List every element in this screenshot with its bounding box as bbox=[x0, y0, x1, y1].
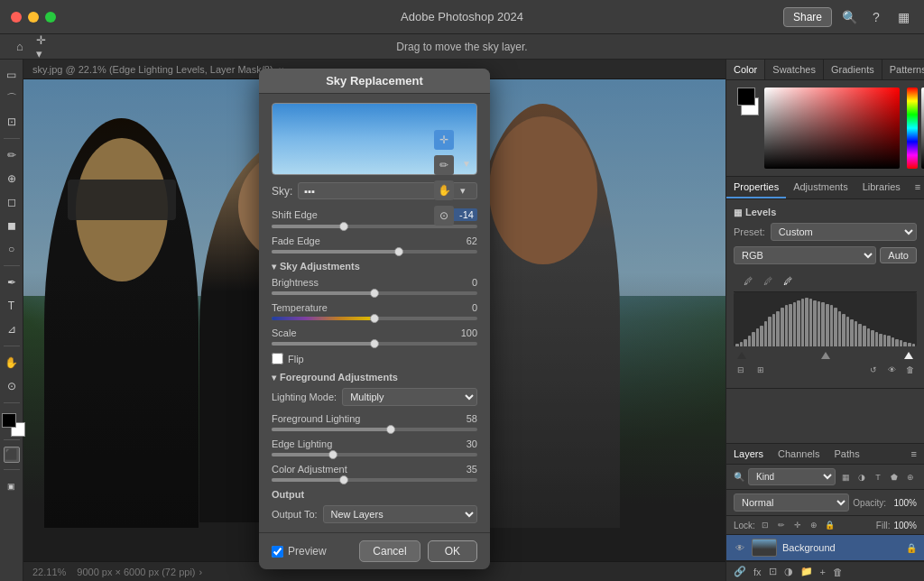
burn-tool[interactable]: ○ bbox=[2, 239, 22, 259]
dialog-brush-tool[interactable]: ✏ bbox=[434, 155, 454, 175]
home-icon[interactable]: ⌂ bbox=[11, 38, 29, 56]
type-filter[interactable]: T bbox=[872, 471, 884, 484]
help-button[interactable]: ? bbox=[866, 7, 886, 27]
libraries-tab[interactable]: Libraries bbox=[855, 177, 908, 198]
lock-image[interactable]: ✏ bbox=[775, 519, 788, 531]
histogram-bar bbox=[805, 298, 808, 346]
move-tool[interactable]: ✛ ▾ bbox=[36, 38, 54, 56]
blend-mode-select[interactable]: Normal Multiply Screen bbox=[734, 493, 849, 512]
clone-tool[interactable]: ⊕ bbox=[2, 169, 22, 189]
hand-tool[interactable]: ✋ bbox=[2, 353, 22, 373]
dialog-zoom-tool[interactable]: ⊙ bbox=[434, 206, 454, 226]
type-tool[interactable]: T bbox=[2, 296, 22, 316]
close-button[interactable] bbox=[11, 12, 22, 23]
foreground-color-swatch[interactable] bbox=[737, 88, 755, 106]
dialog-hand-tool[interactable]: ✋ bbox=[434, 180, 454, 200]
lasso-tool[interactable]: ⌒ bbox=[2, 88, 22, 108]
layer-visibility[interactable]: 👁 bbox=[734, 541, 746, 554]
color-gradient[interactable] bbox=[764, 88, 900, 169]
levels-tool-1[interactable]: ⊟ bbox=[734, 363, 748, 377]
dialog-move-tool[interactable]: ✛ bbox=[434, 130, 454, 150]
minimize-button[interactable] bbox=[28, 12, 39, 23]
lock-position[interactable]: ⊕ bbox=[808, 519, 820, 531]
mid-point[interactable] bbox=[821, 352, 830, 359]
screen-mode[interactable]: ▣ bbox=[2, 476, 22, 496]
layers-mode-row: Normal Multiply Screen Opacity: 100% bbox=[726, 490, 924, 516]
preview-checkbox[interactable] bbox=[272, 546, 283, 558]
foreground-lighting-slider[interactable] bbox=[272, 428, 477, 431]
levels-tool-4[interactable]: 👁 bbox=[884, 363, 899, 377]
levels-tool-5[interactable]: 🗑 bbox=[902, 363, 917, 377]
link-layers[interactable]: 🔗 bbox=[734, 566, 746, 577]
sky-replacement-dialog: Sky Replacement Sky: ▪▪▪ ▾ bbox=[259, 69, 490, 569]
hue-bar[interactable] bbox=[907, 88, 918, 169]
ok-button[interactable]: OK bbox=[428, 540, 477, 562]
levels-tool-2[interactable]: ⊞ bbox=[753, 363, 768, 377]
path-tool[interactable]: ⊿ bbox=[2, 319, 22, 339]
brush-tool[interactable]: ✏ bbox=[2, 145, 22, 165]
scale-slider[interactable] bbox=[272, 342, 477, 346]
cancel-button[interactable]: Cancel bbox=[359, 540, 420, 562]
channels-tab[interactable]: Channels bbox=[771, 444, 827, 464]
smart-filter[interactable]: ⊕ bbox=[904, 471, 917, 484]
fade-edge-slider[interactable] bbox=[272, 250, 477, 254]
lock-all[interactable]: 🔒 bbox=[824, 519, 836, 531]
foreground-adjustments-header[interactable]: Foreground Adjustments bbox=[272, 372, 477, 383]
brightness-slider[interactable] bbox=[272, 291, 477, 295]
white-point[interactable] bbox=[904, 352, 913, 359]
adjustments-tab[interactable]: Adjustments bbox=[786, 177, 855, 198]
eraser-tool[interactable]: ◻ bbox=[2, 192, 22, 212]
search-button[interactable]: 🔍 bbox=[839, 7, 859, 27]
paths-tab[interactable]: Paths bbox=[827, 444, 867, 464]
maximize-button[interactable] bbox=[45, 12, 56, 23]
new-adj-layer[interactable]: ◑ bbox=[784, 566, 793, 577]
pen-tool[interactable]: ✒ bbox=[2, 272, 22, 292]
layers-menu[interactable]: ≡ bbox=[904, 444, 924, 464]
add-mask[interactable]: ⊡ bbox=[769, 566, 777, 577]
selection-tool[interactable]: ▭ bbox=[2, 65, 22, 85]
layers-tab[interactable]: Layers bbox=[726, 444, 771, 464]
sky-adjustments-header[interactable]: Sky Adjustments bbox=[272, 261, 477, 272]
menu-button[interactable]: ▦ bbox=[893, 7, 913, 27]
preset-select[interactable]: Custom Default bbox=[771, 223, 917, 241]
toolbar-separator6 bbox=[4, 469, 20, 470]
temperature-slider[interactable] bbox=[272, 317, 477, 320]
histogram-bar bbox=[867, 328, 871, 346]
mask-mode[interactable]: ⬛ bbox=[4, 447, 20, 463]
gray-eyedropper[interactable]: 🖉 bbox=[761, 273, 775, 288]
color-adjustment-slider[interactable] bbox=[272, 478, 477, 482]
properties-menu[interactable]: ≡ bbox=[908, 177, 924, 198]
new-group[interactable]: 📁 bbox=[800, 566, 813, 577]
shape-filter[interactable]: ⬟ bbox=[888, 471, 901, 484]
new-layer[interactable]: + bbox=[820, 567, 826, 577]
share-button[interactable]: Share bbox=[783, 7, 832, 27]
edge-lighting-slider[interactable] bbox=[272, 453, 477, 456]
lock-transparent[interactable]: ⊡ bbox=[759, 519, 772, 531]
lock-artboard[interactable]: ✛ bbox=[791, 519, 804, 531]
delete-layer[interactable]: 🗑 bbox=[833, 567, 843, 577]
white-eyedropper[interactable]: 🖉 bbox=[781, 273, 795, 288]
auto-button[interactable]: Auto bbox=[880, 247, 917, 263]
properties-tab[interactable]: Properties bbox=[726, 177, 786, 198]
pixel-filter[interactable]: ▦ bbox=[839, 471, 852, 484]
fx-button[interactable]: fx bbox=[753, 567, 762, 577]
histogram-bar bbox=[760, 326, 763, 346]
lighting-mode-select[interactable]: Multiply Luminosity Color bbox=[342, 388, 477, 406]
background-layer[interactable]: 👁 Background 🔒 bbox=[726, 535, 924, 561]
layers-kind-select[interactable]: Kind bbox=[748, 468, 836, 485]
output-to-select[interactable]: New Layers Duplicate Layer Current Layer bbox=[323, 505, 477, 523]
zoom-tool[interactable]: ⊙ bbox=[2, 376, 22, 396]
gradient-tool[interactable]: ◼ bbox=[2, 216, 22, 235]
black-point[interactable] bbox=[737, 352, 746, 359]
swatches-tab[interactable]: Swatches bbox=[765, 60, 824, 79]
color-tab[interactable]: Color bbox=[726, 60, 765, 79]
levels-tool-3[interactable]: ↺ bbox=[866, 363, 881, 377]
gradients-tab[interactable]: Gradients bbox=[824, 60, 882, 79]
adj-filter[interactable]: ◑ bbox=[855, 471, 868, 484]
patterns-tab[interactable]: Patterns bbox=[882, 60, 924, 79]
black-eyedropper[interactable]: 🖉 bbox=[741, 273, 755, 288]
crop-tool[interactable]: ⊡ bbox=[2, 112, 22, 132]
flip-checkbox[interactable] bbox=[272, 353, 283, 364]
foreground-color[interactable] bbox=[2, 413, 16, 428]
channel-select[interactable]: RGB Red Green Blue bbox=[734, 246, 876, 264]
